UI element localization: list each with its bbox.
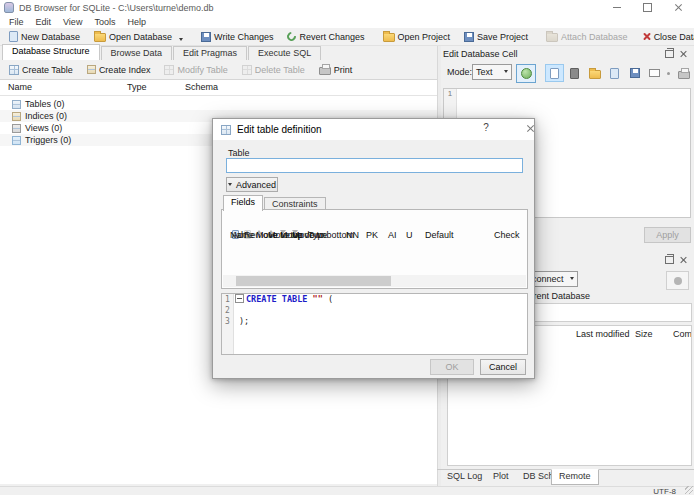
auto-switch-icon bbox=[521, 68, 532, 79]
tab-database-structure[interactable]: Database Structure bbox=[2, 44, 100, 60]
create-index-icon bbox=[87, 65, 96, 74]
column-ai[interactable]: AI bbox=[388, 230, 397, 240]
help-button[interactable]: ? bbox=[478, 122, 494, 137]
close-panel-button[interactable] bbox=[677, 254, 689, 265]
open-database-dropdown-icon[interactable] bbox=[179, 38, 183, 41]
set-null-icon bbox=[667, 72, 670, 75]
move-down-button[interactable]: Move down bbox=[274, 211, 286, 226]
export-file-icon bbox=[630, 68, 640, 78]
remote-action-button[interactable] bbox=[666, 271, 689, 290]
edit-cell-panel-header: Edit Database Cell bbox=[443, 47, 691, 60]
write-changes-button[interactable]: Write Changes bbox=[194, 28, 280, 46]
apply-button[interactable]: Apply bbox=[644, 227, 691, 243]
maximize-button[interactable] bbox=[632, 0, 663, 15]
menu-help[interactable]: Help bbox=[121, 17, 152, 27]
import-file-icon bbox=[610, 68, 619, 79]
structure-toolbar: Create Table Create Index Modify Table D… bbox=[0, 60, 437, 79]
create-table-button[interactable]: Create Table bbox=[2, 61, 80, 79]
tab-browse-data[interactable]: Browse Data bbox=[101, 46, 173, 60]
scrollbar-thumb[interactable] bbox=[236, 276, 391, 286]
text-mode-button[interactable] bbox=[545, 64, 564, 82]
column-pk[interactable]: PK bbox=[366, 230, 378, 240]
scroll-right-button[interactable] bbox=[514, 275, 526, 287]
sql-preview[interactable]: 1 2 3 CREATE TABLE "" ( ); bbox=[221, 293, 528, 355]
menu-edit[interactable]: Edit bbox=[30, 17, 58, 27]
open-external-icon bbox=[589, 70, 601, 79]
revert-changes-icon bbox=[286, 30, 299, 43]
move-to-bottom-button[interactable]: Move to bottom bbox=[286, 211, 298, 226]
menu-tools[interactable]: Tools bbox=[88, 17, 121, 27]
modify-table-button[interactable]: Modify Table bbox=[157, 61, 234, 79]
tab-remote[interactable]: Remote bbox=[551, 469, 599, 485]
tab-sql-log[interactable]: SQL Log bbox=[440, 470, 489, 484]
menu-file[interactable]: File bbox=[3, 17, 30, 27]
column-size[interactable]: Size bbox=[635, 329, 653, 339]
tree-item-tables[interactable]: Tables (0) bbox=[0, 98, 437, 110]
save-project-icon bbox=[464, 32, 474, 42]
menu-view[interactable]: View bbox=[57, 17, 88, 27]
cancel-button[interactable]: Cancel bbox=[480, 359, 526, 375]
import-file-button[interactable] bbox=[605, 64, 624, 82]
table-name-input[interactable] bbox=[226, 158, 523, 173]
column-type[interactable]: Type bbox=[127, 82, 147, 92]
move-up-button[interactable]: Move up bbox=[262, 211, 274, 226]
column-commit[interactable]: Commit bbox=[673, 329, 692, 339]
column-schema[interactable]: Schema bbox=[185, 82, 218, 92]
column-type[interactable]: Type bbox=[308, 230, 328, 240]
tab-fields[interactable]: Fields bbox=[223, 195, 263, 211]
revert-changes-button[interactable]: Revert Changes bbox=[280, 28, 371, 46]
mode-select[interactable]: Text bbox=[472, 64, 512, 80]
window-controls bbox=[601, 0, 694, 15]
move-to-top-button[interactable]: Move to top bbox=[250, 211, 262, 226]
tab-edit-pragmas[interactable]: Edit Pragmas bbox=[173, 46, 247, 60]
export-file-button[interactable] bbox=[625, 64, 644, 82]
column-default[interactable]: Default bbox=[425, 230, 454, 240]
close-database-icon bbox=[642, 32, 651, 41]
open-project-button[interactable]: Open Project bbox=[376, 28, 458, 46]
attach-database-button[interactable]: Attach Database bbox=[539, 28, 635, 46]
scroll-left-button[interactable] bbox=[223, 275, 235, 287]
open-project-icon bbox=[383, 33, 395, 42]
open-external-button[interactable] bbox=[585, 64, 604, 82]
float-panel-button[interactable] bbox=[663, 48, 675, 59]
create-index-button[interactable]: Create Index bbox=[80, 61, 158, 79]
remove-field-button[interactable]: Remove bbox=[238, 211, 250, 226]
attach-database-icon bbox=[546, 33, 558, 42]
save-project-button[interactable]: Save Project bbox=[457, 28, 535, 46]
close-database-button[interactable]: Close Database bbox=[635, 28, 694, 46]
delete-table-button[interactable]: Delete Table bbox=[235, 61, 312, 79]
set-null-button[interactable] bbox=[662, 64, 674, 82]
auto-switch-mode-button[interactable] bbox=[516, 64, 536, 83]
minimize-button[interactable] bbox=[601, 0, 632, 15]
column-check[interactable]: Check bbox=[494, 230, 520, 240]
tab-execute-sql[interactable]: Execute SQL bbox=[248, 46, 321, 60]
close-panel-button[interactable] bbox=[677, 48, 689, 59]
float-panel-button[interactable] bbox=[663, 254, 675, 265]
delete-table-icon bbox=[242, 65, 252, 75]
fields-button-row: Add Remove Move to top Move up Move down bbox=[222, 210, 527, 226]
ok-button[interactable]: OK bbox=[430, 359, 474, 375]
column-nn[interactable]: NN bbox=[346, 230, 359, 240]
trigger-icon bbox=[12, 136, 21, 145]
add-field-button[interactable]: Add bbox=[226, 211, 238, 226]
binary-mode-button[interactable] bbox=[565, 64, 584, 82]
advanced-toggle-button[interactable]: Advanced bbox=[226, 177, 278, 192]
encoding-indicator[interactable]: UTF-8 bbox=[653, 487, 676, 495]
status-bar: UTF-8 bbox=[0, 486, 694, 495]
new-database-button[interactable]: New Database bbox=[2, 28, 87, 46]
column-name[interactable]: Name bbox=[8, 82, 32, 92]
chevron-down-icon bbox=[504, 70, 508, 73]
tab-plot[interactable]: Plot bbox=[486, 470, 516, 484]
print-cell-button[interactable] bbox=[674, 64, 693, 82]
sql-line-1: CREATE TABLE "" ( bbox=[235, 294, 333, 305]
close-window-button[interactable] bbox=[663, 0, 694, 15]
column-last-modified[interactable]: Last modified bbox=[576, 329, 630, 339]
horizontal-scrollbar[interactable] bbox=[223, 275, 526, 287]
column-name[interactable]: Name bbox=[230, 230, 254, 240]
float-icon bbox=[665, 50, 674, 58]
print-button[interactable]: Print bbox=[312, 61, 360, 79]
resize-grip[interactable] bbox=[685, 486, 693, 494]
column-u[interactable]: U bbox=[406, 230, 413, 240]
open-database-button[interactable]: Open Database bbox=[87, 28, 190, 46]
fold-marker-icon[interactable] bbox=[235, 294, 244, 303]
